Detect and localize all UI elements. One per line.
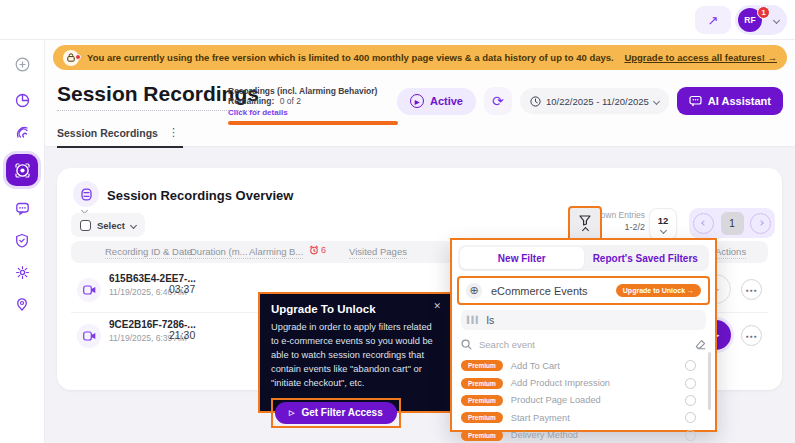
tab-saved-filters[interactable]: Report's Saved Filters [584,247,708,269]
date-range-picker[interactable]: 10/22/2025 - 11/20/2025 [520,88,669,114]
page-size-value: 12 [658,215,669,226]
search-icon [461,339,472,350]
checkbox[interactable] [80,220,91,231]
alarming-count-value: 6 [321,245,326,255]
app-window: ↗ RF 1 [0,0,795,443]
event-label: Add To Cart [511,361,560,371]
list-item[interactable]: Premium Delivery Method [461,427,706,443]
premium-badge: Premium [461,360,503,371]
play-icon: ▶ [410,94,424,108]
external-link-icon: ↗ [708,13,719,28]
tab-new-filter[interactable]: New Filter [460,247,584,269]
remaining-label: Recordings (incl. Alarming Behavior) Rem… [228,86,377,106]
gear-icon [15,265,30,280]
recording-duration: 03:37 [169,283,195,295]
shield-check-icon [15,233,29,248]
video-icon [77,324,101,348]
operator-label: Is [486,314,494,326]
waves-icon [15,125,30,140]
kebab-menu-icon[interactable]: ⋮ [168,126,179,139]
page-size-select[interactable]: 12 [649,208,677,240]
active-status-button[interactable]: ▶ Active [397,88,476,115]
chevron-down-icon [659,227,666,234]
filter-popup-tabs: New Filter Report's Saved Filters [458,245,709,271]
chevron-up-icon [581,227,588,234]
banner-upgrade-link[interactable]: Upgrade to access all features! → [624,52,777,63]
list-item[interactable]: Premium Add To Cart [461,357,706,374]
upgrade-tooltip: Upgrade To Unlock ✕ Upgrade in order to … [258,292,452,413]
list-item[interactable]: Premium Add Product Impression [461,374,706,391]
radio-button[interactable] [685,412,696,423]
target-icon: ⊕ [466,283,482,299]
chat-icon [15,201,30,216]
tab-session-recordings[interactable]: Session Recordings [57,127,158,139]
remaining-value: 0 of 2 [280,96,301,106]
plus-circle-icon [15,57,30,72]
col-visited-pages: Visited Pages [349,246,407,259]
ai-assistant-label: AI Assistant [708,95,771,107]
row-more-button[interactable]: ●●● [741,279,762,300]
cta-label: Get Filter Access [301,407,382,418]
active-label: Active [430,95,463,107]
sidebar-item-session-recordings[interactable] [6,154,38,186]
overview-title: Session Recordings Overview [107,188,293,203]
radio-button[interactable] [685,395,696,406]
sidebar-item-journeys[interactable] [8,290,36,318]
click-for-details-link[interactable]: Click for details [228,108,413,117]
chevron-down-icon [653,97,660,104]
event-label: Delivery Method [511,430,578,440]
eraser-icon [695,339,706,350]
col-actions: Actions [715,246,746,259]
sidebar-item-add[interactable] [8,50,36,78]
upgrade-to-unlock-pill[interactable]: Upgrade to Unlock → [616,284,701,297]
list-item[interactable]: Premium Start Payment [461,409,706,426]
alarm-icon [309,245,319,255]
refresh-button[interactable]: ⟳ [484,87,512,115]
next-page-button[interactable] [750,213,771,234]
left-sidebar [0,40,45,443]
event-label: Add Product Impression [511,378,610,388]
filter-category-row[interactable]: ⊕ eCommerce Events Upgrade to Unlock → [457,276,710,305]
pie-chart-icon [15,93,30,108]
page-number[interactable]: 1 [721,212,744,235]
col-duration: Duration (m... [190,246,248,259]
main-area: You are currently using the free version… [45,40,795,443]
sidebar-item-feedback[interactable] [8,194,36,222]
free-version-banner: You are currently using the free version… [53,45,787,70]
tooltip-body: Upgrade in order to apply filters relate… [271,321,439,391]
avatar: RF 1 [738,8,762,32]
select-all-control[interactable]: Select [71,213,145,237]
operator-row[interactable]: ▍▍▍ Is [461,310,706,330]
filter-button[interactable] [568,206,602,242]
scrollbar[interactable] [708,352,711,410]
ai-assistant-button[interactable]: AI Assistant [677,87,783,115]
date-range-value: 10/22/2025 - 11/20/2025 [546,96,649,107]
top-bar: ↗ RF 1 [0,0,795,40]
radio-button[interactable] [685,378,696,389]
remaining-progress-bar [228,121,398,125]
radio-button[interactable] [685,360,696,371]
radio-button[interactable] [685,430,696,441]
sidebar-item-analytics[interactable] [8,86,36,114]
play-icon: ▷ [289,409,294,417]
funnel-icon [579,215,591,226]
get-filter-access-button[interactable]: ▷ Get Filter Access [275,402,397,424]
category-label: eCommerce Events [491,285,588,297]
sidebar-item-shield[interactable] [8,226,36,254]
location-pin-icon [15,297,29,312]
search-event-input[interactable] [479,339,688,350]
row-more-button[interactable]: ●●● [741,325,762,346]
close-icon[interactable]: ✕ [433,301,441,311]
account-menu[interactable]: RF 1 [735,5,787,35]
share-button[interactable]: ↗ [695,6,731,34]
sidebar-item-heatmaps[interactable] [8,118,36,146]
refresh-icon: ⟳ [492,93,504,109]
sidebar-item-settings[interactable] [8,258,36,286]
prev-page-button[interactable] [693,213,714,234]
recording-duration: 21:30 [169,329,195,341]
filter-popup: New Filter Report's Saved Filters ⊕ eCom… [450,238,717,432]
list-item[interactable]: Premium Product Page Loaded [461,392,706,409]
report-tabs: Session Recordings ⋮ [57,126,183,148]
banner-message: You are currently using the free version… [87,52,614,63]
chevron-down-icon [130,221,137,228]
